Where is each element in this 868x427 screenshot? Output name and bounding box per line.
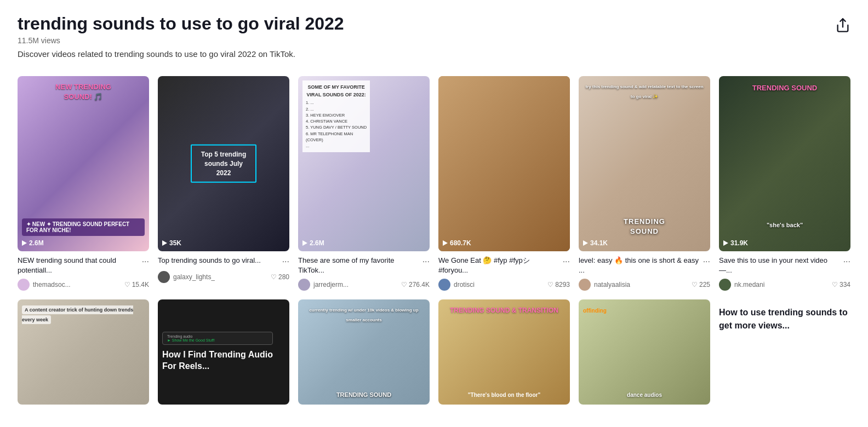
avatar-5: [579, 279, 591, 291]
thumbnail-3: SOME OF MY FAVORITE VIRAL SOUNDS OF 2022…: [298, 76, 430, 251]
video-card-3[interactable]: SOME OF MY FAVORITE VIRAL SOUNDS OF 2022…: [298, 76, 430, 291]
thumbnail-8: Trending audio ► Show Me the Good Stuff!…: [158, 299, 289, 405]
video-card-8[interactable]: Trending audio ► Show Me the Good Stuff!…: [158, 299, 289, 409]
author-row-3: jarredjerm...: [298, 279, 349, 291]
play-count-3: 2.6M: [302, 239, 324, 247]
play-count-4: 680.7K: [443, 239, 471, 247]
author-row-2: galaxy_lights_: [158, 271, 215, 283]
author-row-6: nk.medani: [719, 279, 764, 291]
video-card-11[interactable]: offinding dance audios: [579, 299, 710, 409]
view-count: 11.5M views: [18, 36, 835, 45]
more-options-6[interactable]: ···: [843, 256, 850, 268]
page-container: trending sounds to use to go viral 2022 …: [18, 13, 850, 409]
thumbnail-4: 680.7K: [438, 76, 570, 251]
video-title-5: level: easy 🔥 this one is short & easy .…: [579, 256, 710, 275]
heart-icon-2: ♡: [271, 273, 277, 281]
author-row-4: drotisci: [438, 279, 475, 291]
video-card-9[interactable]: currently trending w/ under 10k videos &…: [298, 299, 430, 409]
play-count-5: 34.1K: [583, 239, 608, 247]
author-row-1: themadsoc...: [18, 279, 71, 291]
video-meta-2: galaxy_lights_ ♡ 280: [158, 271, 289, 283]
heart-icon-5: ♡: [692, 281, 698, 288]
video-title-4: We Gone Eat 🤔 #fyp #fypシ #foryou... ···: [438, 256, 570, 275]
thumbnail-10: TRENDING SOUND & TRANSITION "There's blo…: [438, 299, 570, 405]
video-card-5[interactable]: try this trending sound & add relatable …: [579, 76, 710, 291]
thumbnail-2: Top 5 trending sounds July 2022 35K: [158, 76, 289, 251]
thumbnail-6: TRENDING SOUND "she's back" 31.9K: [719, 76, 850, 251]
heart-icon-4: ♡: [547, 281, 553, 288]
text-card-12: How to use trending sounds to get more v…: [719, 299, 850, 332]
author-row-5: natalyaalisia: [579, 279, 630, 291]
play-count-1: 2.6M: [22, 239, 44, 247]
more-options-2[interactable]: ···: [282, 256, 289, 268]
page-description: Discover videos related to trending soun…: [18, 49, 835, 59]
play-count-6: 31.9K: [723, 239, 748, 247]
video-card-7[interactable]: A content creator trick of hunting down …: [18, 299, 149, 409]
thumbnail-1: NEW TRENDING SOUND! 🎵 ✦ NEW ✦ TRENDING S…: [18, 76, 149, 251]
avatar-3: [298, 279, 310, 291]
video-card-12[interactable]: How to use trending sounds to get more v…: [719, 299, 850, 409]
like-row-5: ♡ 225: [692, 281, 710, 288]
avatar-4: [438, 279, 450, 291]
video-title-3: These are some of my favorite TikTok... …: [298, 256, 430, 275]
like-row-4: ♡ 8293: [547, 281, 570, 288]
big-text-8: How I Find Trending Audio For Reels...: [162, 349, 285, 372]
page-header: trending sounds to use to go viral 2022 …: [18, 13, 850, 72]
thumbnail-5: try this trending sound & add relatable …: [579, 76, 710, 251]
like-row-3: ♡ 276.4K: [401, 281, 430, 288]
share-button[interactable]: [835, 18, 850, 35]
thumbnail-11: offinding dance audios: [579, 299, 710, 405]
like-row-2: ♡ 280: [271, 273, 289, 281]
overlay-list-3: SOME OF MY FAVORITE VIRAL SOUNDS OF 2022…: [302, 80, 370, 152]
more-options-4[interactable]: ···: [563, 256, 570, 268]
video-grid-row2: A content creator trick of hunting down …: [18, 299, 850, 409]
video-title-2: Top trending sounds to go viral... ···: [158, 256, 289, 268]
video-title-6: Save this to use in your next video —...…: [719, 256, 850, 275]
avatar-6: [719, 279, 731, 291]
video-meta-3: jarredjerm... ♡ 276.4K: [298, 279, 430, 291]
page-title: trending sounds to use to go viral 2022: [18, 13, 835, 34]
play-count-2: 35K: [162, 239, 181, 247]
more-options-5[interactable]: ···: [703, 256, 710, 268]
overlay-top-1: NEW TRENDING SOUND! 🎵: [50, 82, 116, 101]
video-meta-6: nk.medani ♡ 334: [719, 279, 850, 291]
thumbnail-7: A content creator trick of hunting down …: [18, 299, 149, 405]
video-meta-5: natalyaalisia ♡ 225: [579, 279, 710, 291]
heart-icon-3: ♡: [401, 281, 407, 288]
header-left: trending sounds to use to go viral 2022 …: [18, 13, 835, 72]
overlay-center-2: Top 5 trending sounds July 2022: [191, 145, 256, 183]
video-card-10[interactable]: TRENDING SOUND & TRANSITION "There's blo…: [438, 299, 570, 409]
more-options-3[interactable]: ···: [422, 256, 430, 268]
video-card-6[interactable]: TRENDING SOUND "she's back" 31.9K Save t…: [719, 76, 850, 291]
video-card-1[interactable]: NEW TRENDING SOUND! 🎵 ✦ NEW ✦ TRENDING S…: [18, 76, 149, 291]
avatar-1: [18, 279, 30, 291]
video-grid-row1: NEW TRENDING SOUND! 🎵 ✦ NEW ✦ TRENDING S…: [18, 76, 850, 291]
more-options-1[interactable]: ···: [142, 256, 149, 268]
overlay-bottom-1: ✦ NEW ✦ TRENDING SOUND PERFECT FOR ANY N…: [22, 218, 145, 236]
heart-icon-1: ♡: [124, 281, 130, 288]
video-card-4[interactable]: 680.7K We Gone Eat 🤔 #fyp #fypシ #foryou.…: [438, 76, 570, 291]
like-row-6: ♡ 334: [832, 281, 850, 288]
avatar-2: [158, 271, 170, 283]
video-title-1: NEW trending sound that could potentiall…: [18, 256, 149, 275]
thumbnail-9: currently trending w/ under 10k videos &…: [298, 299, 430, 405]
video-card-2[interactable]: Top 5 trending sounds July 2022 35K Top …: [158, 76, 289, 291]
video-meta-1: themadsoc... ♡ 15.4K: [18, 279, 149, 291]
heart-icon-6: ♡: [832, 281, 838, 288]
like-row-1: ♡ 15.4K: [124, 281, 149, 288]
video-meta-4: drotisci ♡ 8293: [438, 279, 570, 291]
